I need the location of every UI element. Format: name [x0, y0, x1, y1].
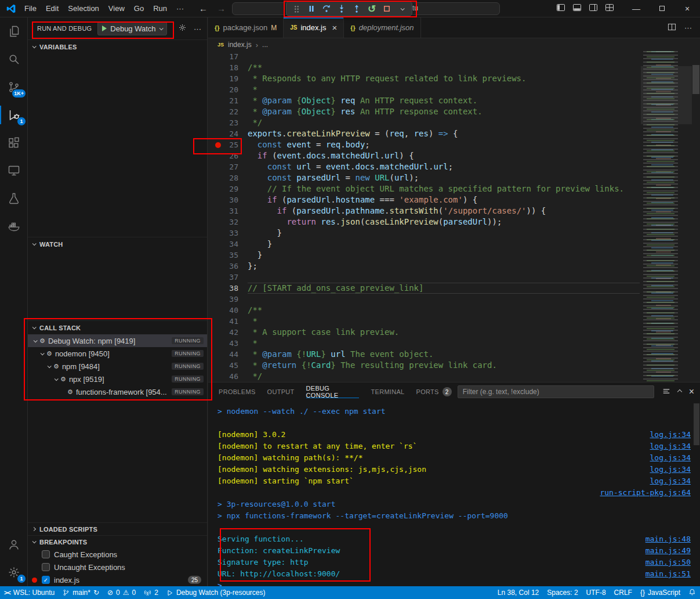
tab-index.js[interactable]: JSindex.js× — [284, 17, 344, 38]
source-link[interactable]: main.js:50 — [645, 557, 691, 568]
panel-scrollbar-thumb[interactable] — [694, 403, 699, 445]
language-mode[interactable]: {} JavaScript — [636, 589, 684, 597]
call-stack-item[interactable]: ⚙npm [9484]RUNNING — [28, 360, 207, 373]
activity-testing-button[interactable] — [0, 185, 28, 212]
chevron-down-icon[interactable] — [34, 338, 38, 342]
source-link[interactable]: main.js:48 — [645, 533, 691, 545]
launch-configuration-select[interactable]: Debug Watch — [97, 21, 166, 35]
views-more-actions-icon[interactable]: ··· — [194, 24, 201, 33]
git-branch-status[interactable]: main* ↻ — [59, 586, 103, 599]
line-number[interactable]: 44 — [208, 349, 248, 360]
code-line-20[interactable]: 20 * — [208, 84, 640, 95]
line-number[interactable]: 35 — [208, 250, 248, 261]
code-line-32[interactable]: 32 return res.json(caseLinkPreview(parse… — [208, 216, 640, 228]
tab-package.json[interactable]: {}package.jsonM — [208, 17, 284, 38]
activity-source-control-button[interactable]: 1K+ — [0, 73, 28, 101]
code-line-31[interactable]: 31 if (parsedUrl.pathname.startsWith('/s… — [208, 205, 640, 216]
menu-run[interactable]: Run — [148, 0, 172, 17]
toolbar-drag-handle[interactable] — [289, 2, 304, 16]
code-line-35[interactable]: 35 } — [208, 250, 640, 261]
maximize-panel-icon[interactable] — [677, 389, 681, 394]
code-line-24[interactable]: 24exports.createLinkPreview = (req, res)… — [208, 128, 640, 139]
restart-button[interactable]: ↺ — [364, 2, 379, 16]
call-stack-item[interactable]: ⚙npx [9519]RUNNING — [28, 373, 207, 385]
scrollbar-thumb[interactable] — [692, 65, 699, 94]
code-line-28[interactable]: 28 const parsedUrl = new URL(url); — [208, 172, 640, 183]
panel-tab-problems[interactable]: PROBLEMS — [213, 383, 262, 401]
notifications-bell[interactable] — [684, 589, 700, 596]
activity-remote-explorer-button[interactable] — [0, 157, 28, 185]
breakpoint-dot[interactable] — [215, 142, 221, 148]
menu-file[interactable]: File — [20, 0, 41, 17]
customize-layout-icon[interactable] — [605, 3, 614, 14]
split-editor-icon[interactable] — [668, 23, 676, 33]
code-line-45[interactable]: 45 * @return {!Card} The resulting previ… — [208, 360, 640, 371]
line-number[interactable]: 21 — [208, 95, 248, 106]
code-line-34[interactable]: 34 } — [208, 239, 640, 250]
line-number[interactable]: 24 — [208, 128, 248, 139]
line-number[interactable]: 41 — [208, 316, 248, 327]
code-line-27[interactable]: 27 const url = event.docs.matchedUrl.url… — [208, 161, 640, 172]
eol-setting[interactable]: CRLF — [610, 589, 636, 597]
code-line-38[interactable]: 38// [START add_ons_case_preview_link] — [208, 283, 640, 294]
menu-selection[interactable]: Selection — [63, 0, 103, 17]
breakpoint-item[interactable]: Uncaught Exceptions — [28, 561, 207, 573]
line-number[interactable]: 33 — [208, 228, 248, 239]
section-variables[interactable]: VARIABLES — [28, 39, 207, 53]
code-line-30[interactable]: 30 if (parsedUrl.hostname === 'example.c… — [208, 194, 640, 205]
line-number[interactable]: 23 — [208, 117, 248, 128]
toggle-secondary-sidebar-icon[interactable] — [589, 3, 598, 14]
back-arrow-icon[interactable]: ← — [199, 3, 208, 13]
line-number[interactable]: 45 — [208, 360, 248, 371]
code-editor[interactable]: 1718/**19 * Responds to any HTTP request… — [208, 51, 700, 382]
activity-settings-button[interactable]: 1 — [0, 558, 28, 586]
chevron-down-icon[interactable] — [41, 351, 45, 355]
line-number[interactable]: 20 — [208, 84, 248, 95]
menu-more-button[interactable]: ··· — [172, 0, 188, 17]
code-line-41[interactable]: 41 * — [208, 316, 640, 327]
code-line-18[interactable]: 18/** — [208, 62, 640, 73]
line-number[interactable]: 19 — [208, 73, 248, 84]
line-number[interactable]: 38 — [208, 283, 248, 294]
chevron-down-icon[interactable] — [55, 377, 59, 381]
breadcrumb-symbol[interactable]: ... — [262, 41, 268, 49]
breadcrumb[interactable]: JS index.js › ... — [208, 38, 700, 51]
indentation-setting[interactable]: Spaces: 2 — [543, 589, 582, 597]
activity-accounts-button[interactable] — [0, 531, 28, 558]
line-number[interactable]: 25 — [208, 139, 248, 150]
step-out-button[interactable] — [349, 2, 364, 16]
source-link[interactable]: log.js:34 — [650, 429, 691, 441]
code-line-36[interactable]: 36}; — [208, 261, 640, 272]
line-number[interactable]: 42 — [208, 327, 248, 338]
toggle-primary-sidebar-icon[interactable] — [556, 3, 565, 14]
code-line-33[interactable]: 33 } — [208, 228, 640, 239]
source-link[interactable]: run-script-pkg.js:64 — [600, 487, 691, 499]
line-number[interactable]: 31 — [208, 205, 248, 216]
section-loaded-scripts[interactable]: LOADED SCRIPTS — [28, 522, 207, 535]
panel-menu-icon[interactable] — [662, 387, 670, 397]
debug-configure-gear-icon[interactable] — [178, 23, 187, 34]
activity-docker-button[interactable] — [0, 212, 28, 240]
activity-extensions-button[interactable] — [0, 129, 28, 157]
line-number[interactable]: 46 — [208, 371, 248, 382]
code-line-46[interactable]: 46 */ — [208, 371, 640, 382]
panel-tab-terminal[interactable]: TERMINAL — [365, 383, 410, 401]
breakpoint-checkbox[interactable] — [42, 563, 50, 571]
close-panel-icon[interactable]: × — [689, 387, 694, 396]
menu-go[interactable]: Go — [129, 0, 148, 17]
code-line-42[interactable]: 42 * A support case link preview. — [208, 327, 640, 338]
line-number[interactable]: 32 — [208, 216, 248, 228]
line-number[interactable]: 36 — [208, 261, 248, 272]
line-number[interactable]: 29 — [208, 183, 248, 194]
breakpoint-item[interactable]: ✓index.js25 — [28, 573, 207, 586]
call-stack-item[interactable]: ⚙functions-framework [954...RUNNING — [28, 385, 207, 398]
call-stack-item[interactable]: ⚙Debug Watch: npm [9419]RUNNING — [28, 334, 207, 347]
source-link[interactable]: log.js:34 — [650, 464, 691, 475]
step-over-button[interactable] — [319, 2, 334, 16]
activity-search-button[interactable] — [0, 45, 28, 73]
remote-indicator[interactable]: >< WSL: Ubuntu — [0, 586, 59, 599]
panel-tab-ports[interactable]: PORTS2 — [411, 383, 458, 401]
chevron-down-icon[interactable] — [48, 364, 52, 368]
panel-tab-output[interactable]: OUTPUT — [262, 383, 300, 401]
line-number[interactable]: 28 — [208, 172, 248, 183]
